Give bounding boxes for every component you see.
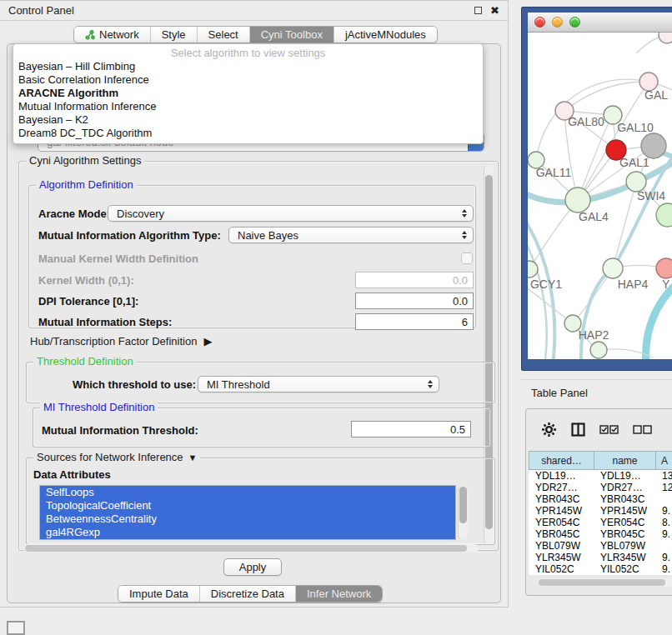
- table-row[interactable]: YER054CYER054C8.: [529, 517, 672, 528]
- stepper-icon: [459, 209, 473, 218]
- tab-cyni-toolbox[interactable]: Cyni Toolbox: [250, 27, 334, 42]
- table-row[interactable]: YIL052CYIL052C9.: [529, 563, 672, 575]
- table-row[interactable]: YPR145WYPR145W9.: [529, 505, 672, 517]
- attribute-item[interactable]: SelfLoops: [40, 486, 455, 499]
- algorithm-definition-title: Algorithm Definition: [36, 178, 137, 191]
- popup-item[interactable]: Basic Correlation Inference: [13, 73, 483, 87]
- popup-item[interactable]: Bayesian – K2: [13, 113, 483, 127]
- deselect-all-checkboxes-icon[interactable]: [633, 425, 652, 434]
- network-canvas[interactable]: GALGAL80GAL10GAL11GAL1SWI4GAL4GCY1HAP4YH…: [528, 32, 672, 359]
- mi-type-combo[interactable]: Naive Bayes: [228, 227, 474, 243]
- network-icon: [85, 29, 95, 40]
- network-node-hap4[interactable]: [603, 258, 623, 278]
- which-threshold-label: Which threshold to use:: [73, 378, 196, 391]
- aracne-mode-combo[interactable]: Discovery: [108, 205, 474, 222]
- table-cell: 9.: [655, 563, 672, 575]
- tab-label: Infer Network: [307, 588, 371, 600]
- manual-kernel-checkbox[interactable]: [461, 252, 473, 264]
- tab-jactivemnodules[interactable]: jActiveMNodules: [334, 27, 437, 42]
- split-columns-icon[interactable]: [571, 422, 585, 437]
- mi-steps-field[interactable]: 6: [355, 313, 474, 330]
- popup-item[interactable]: Bayesian – Hill Climbing: [13, 60, 483, 73]
- popup-item[interactable]: Mutual Information Inference: [13, 100, 483, 113]
- table-cell: 9.: [655, 528, 672, 540]
- sources-title-text: Sources for Network Inference: [37, 451, 183, 463]
- column-header[interactable]: name: [594, 451, 655, 470]
- table-cell: YLR345W: [529, 552, 594, 563]
- table-cell: YIL052C: [529, 563, 594, 575]
- data-attributes-list[interactable]: SelfLoopsTopologicalCoefficientBetweenne…: [39, 485, 456, 540]
- network-window-titlebar[interactable]: [528, 12, 672, 32]
- table-cell: YLR345W: [594, 552, 655, 563]
- control-panel-title: Control Panel: [8, 4, 74, 17]
- table-cell: YBR043C: [594, 493, 655, 505]
- apply-button[interactable]: Apply: [223, 558, 282, 576]
- kernel-width-field[interactable]: 0.0: [355, 272, 474, 288]
- aracne-mode-label: Aracne Mode:: [38, 208, 110, 220]
- gear-icon[interactable]: [541, 422, 557, 438]
- select-all-checkboxes-icon[interactable]: [599, 425, 619, 434]
- chevron-right-icon: ▶: [203, 335, 212, 348]
- mi-steps-value: 6: [462, 316, 468, 328]
- table-row[interactable]: YBL079WYBL079W: [529, 540, 672, 552]
- tab-style[interactable]: Style: [151, 27, 198, 42]
- float-window-icon[interactable]: [474, 7, 482, 14]
- zoom-traffic-light-icon[interactable]: [569, 17, 580, 28]
- network-node[interactable]: [659, 32, 672, 43]
- sources-group-title[interactable]: Sources for Network Inference ▼: [33, 451, 200, 463]
- network-node[interactable]: [641, 133, 666, 158]
- tab-network[interactable]: Network: [74, 27, 151, 42]
- algorithm-select-popup: Select algorithm to view settings Bayesi…: [13, 43, 484, 144]
- table-horizontal-scrollbar[interactable]: [537, 578, 672, 587]
- dpi-tolerance-field[interactable]: 0.0: [355, 292, 474, 309]
- hub-definition-toggle[interactable]: Hub/Transcription Factor Definition ▶: [30, 335, 212, 348]
- network-node-gcy1[interactable]: [528, 261, 538, 278]
- table-row[interactable]: YBR045CYBR045C9.: [529, 528, 672, 540]
- which-threshold-combo[interactable]: MI Threshold: [198, 376, 439, 392]
- network-node-y[interactable]: [656, 258, 672, 278]
- popup-item[interactable]: ARACNE Algorithm: [13, 87, 483, 100]
- column-header[interactable]: A: [655, 451, 672, 470]
- dpi-tolerance-value: 0.0: [453, 295, 468, 308]
- table-cell: YER054C: [594, 517, 655, 528]
- node-table: shared…nameA YDL19…YDL19…13YDR27…YDR27…1…: [529, 451, 672, 587]
- table-cell: YDL19…: [594, 470, 655, 482]
- tab-select[interactable]: Select: [198, 27, 250, 42]
- tab-infer-network[interactable]: Infer Network: [296, 586, 382, 602]
- mi-threshold-definition-title: MI Threshold Definition: [40, 401, 158, 413]
- attributes-vertical-scrollbar[interactable]: [458, 485, 468, 540]
- sources-group: Sources for Network Inference ▼ Data Att…: [26, 458, 495, 545]
- minimized-panel-icon[interactable]: [7, 621, 25, 635]
- column-header[interactable]: shared…: [529, 451, 594, 470]
- node-label: SWI4: [637, 189, 665, 202]
- tab-label: Cyni Toolbox: [261, 28, 323, 41]
- tab-impute-data[interactable]: Impute Data: [118, 586, 200, 602]
- node-label: GAL: [644, 88, 668, 102]
- close-traffic-light-icon[interactable]: [534, 17, 545, 28]
- which-threshold-value: MI Threshold: [207, 378, 425, 391]
- tab-label: Style: [162, 28, 186, 41]
- table-row[interactable]: YLR345WYLR345W9.: [529, 552, 672, 563]
- network-node-gal4[interactable]: [565, 188, 590, 212]
- table-cell: YBL079W: [529, 540, 594, 552]
- network-graph: GALGAL80GAL10GAL11GAL1SWI4GAL4GCY1HAP4YH…: [528, 32, 672, 359]
- mi-threshold-field[interactable]: 0.5: [351, 421, 471, 438]
- node-label: GAL80: [568, 115, 604, 128]
- attribute-item[interactable]: BetweennessCentrality: [40, 512, 455, 526]
- table-header-row[interactable]: shared…nameA: [529, 451, 672, 470]
- table-cell: 12: [655, 482, 672, 493]
- table-row[interactable]: YBR043CYBR043C: [529, 493, 672, 505]
- attribute-item[interactable]: gal4RGexp: [40, 526, 455, 539]
- tab-discretize-data[interactable]: Discretize Data: [200, 586, 296, 602]
- network-node-swi4[interactable]: [656, 203, 672, 227]
- table-row[interactable]: YDL19…YDL19…13: [529, 470, 672, 482]
- table-row[interactable]: YDR27…YDR27…12: [529, 482, 672, 493]
- popup-item[interactable]: Dream8 DC_TDC Algorithm: [13, 127, 483, 140]
- attribute-item[interactable]: TopologicalCoefficient: [40, 499, 455, 512]
- close-icon[interactable]: ✖: [490, 5, 499, 16]
- node-label: Y: [662, 278, 670, 291]
- minimize-traffic-light-icon[interactable]: [552, 17, 563, 28]
- network-node[interactable]: [590, 342, 607, 358]
- settings-horizontal-scrollbar[interactable]: [23, 544, 479, 552]
- threshold-definition-group: Threshold Definition Which threshold to …: [26, 362, 495, 403]
